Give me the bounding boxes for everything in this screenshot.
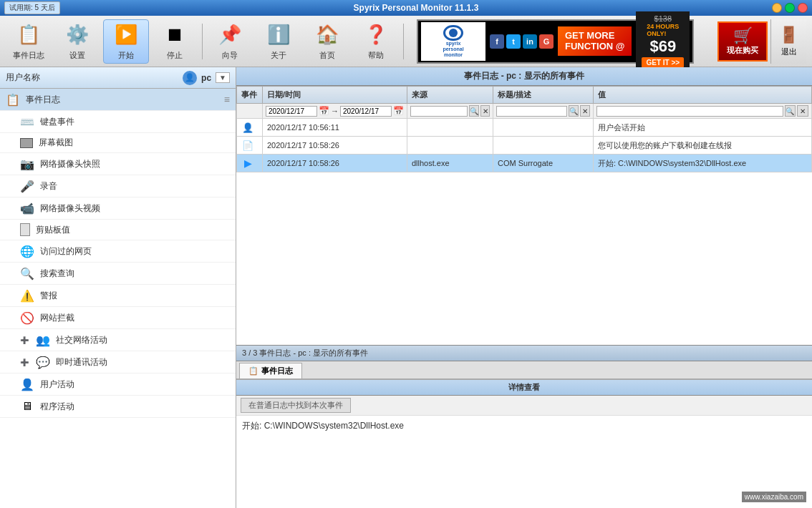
- search-tree-icon: 🔍: [20, 266, 34, 280]
- sidebar-item-webcam-video[interactable]: 📹 网络摄像头视频: [0, 197, 236, 220]
- table-row-selected[interactable]: ▶ 2020/12/17 10:58:26 dllhost.exe COM Su…: [237, 155, 812, 172]
- screenshot-tree-label: 屏幕截图: [39, 137, 73, 149]
- start-label: 开始: [118, 50, 134, 61]
- calendar-from-icon[interactable]: 📅: [319, 106, 329, 116]
- row1-title: [493, 119, 594, 137]
- sidebar-item-alerts[interactable]: ⚠️ 警报: [0, 285, 236, 307]
- sidebar-item-screenshot[interactable]: 屏幕截图: [0, 133, 236, 153]
- ad-main: GET MORE FUNCTION @: [558, 26, 632, 56]
- toolbar-help-button[interactable]: ❓ 帮助: [353, 19, 399, 64]
- event-log-tab[interactable]: 📋 事件日志: [239, 363, 302, 378]
- sidebar-item-websites[interactable]: 🌐 访问过的网页: [0, 240, 236, 263]
- screenshot-tree-icon: [20, 138, 33, 148]
- sidebar-item-webcam-photo[interactable]: 📷 网络摄像头快照: [0, 153, 236, 175]
- toolbar-home-button[interactable]: 🏠 首页: [304, 19, 350, 64]
- sidebar-item-social[interactable]: ➕ 👥 社交网络活动: [0, 329, 236, 351]
- social-expand-icon[interactable]: ➕: [20, 336, 30, 344]
- sidebar-user-right: 👤 pc ▼: [183, 71, 230, 85]
- event-table-container: 事件 日期/时间 来源 标题/描述 值 📅 →: [236, 86, 812, 345]
- filter-value-clear-btn[interactable]: ✕: [797, 105, 808, 117]
- maximize-button[interactable]: [785, 3, 795, 13]
- sidebar-item-audio[interactable]: 🎤 录音: [0, 175, 236, 197]
- row2-title: [493, 137, 594, 155]
- toolbar-stop-button[interactable]: ⏹ 停止: [152, 19, 198, 64]
- content-area: 事件日志 - pc : 显示的所有事件 事件 日期/时间 来源 标题/描述: [236, 67, 812, 508]
- row2-value: 您可以使用您的账户下载和创建在线报: [594, 137, 812, 155]
- linkedin-icon: in: [523, 34, 537, 49]
- event-table: 事件 日期/时间 来源 标题/描述 值 📅 →: [236, 86, 812, 172]
- sidebar-item-user-activity[interactable]: 👤 用户活动: [0, 373, 236, 396]
- about-label: 关于: [271, 50, 286, 61]
- ad-price-section: $138 24 HOURSONLY! $69 GET IT >>: [636, 11, 690, 71]
- site-block-tree-icon: 🚫: [20, 311, 34, 325]
- buy-now-button[interactable]: 🛒 现在购买: [717, 21, 768, 62]
- filter-source-clear-btn[interactable]: ✕: [480, 105, 490, 117]
- find-in-log-button[interactable]: 在普通日志中找到本次事件: [241, 398, 351, 413]
- minimize-button[interactable]: [772, 3, 782, 13]
- sidebar-header: 用户名称 👤 pc ▼: [0, 67, 236, 89]
- filter-title-controls: 🔍 ✕: [496, 105, 590, 117]
- filter-title-clear-btn[interactable]: ✕: [580, 105, 590, 117]
- filter-title-search-btn[interactable]: 🔍: [569, 105, 579, 117]
- filter-source-search-btn[interactable]: 🔍: [469, 105, 479, 117]
- toolbar-start-button[interactable]: ▶️ 开始: [103, 19, 149, 64]
- sidebar-item-search[interactable]: 🔍 搜索查询: [0, 263, 236, 285]
- col-value-header: 值: [594, 87, 812, 104]
- webcam-video-tree-icon: 📹: [20, 201, 34, 215]
- watermark: www.xiazaiba.com: [742, 492, 806, 502]
- col-event-header: 事件: [237, 87, 263, 104]
- sidebar-item-programs[interactable]: 🖥 程序活动: [0, 396, 236, 418]
- filter-title-cell: 🔍 ✕: [493, 104, 594, 119]
- close-button[interactable]: [798, 3, 808, 13]
- help-icon: ❓: [363, 22, 389, 48]
- filter-value-search-btn[interactable]: 🔍: [785, 105, 796, 117]
- filter-source-input[interactable]: [410, 106, 468, 117]
- tree-options-icon[interactable]: ≡: [224, 94, 230, 105]
- sidebar-item-im[interactable]: ➕ 💬 即时通讯活动: [0, 351, 236, 373]
- guide-label: 向导: [222, 50, 238, 61]
- table-row[interactable]: 👤 2020/12/17 10:56:11 用户会话开始: [237, 119, 812, 137]
- filter-arrow-icon: →: [331, 107, 339, 115]
- ad-get-it-button[interactable]: GET IT >>: [642, 57, 684, 68]
- row3-value: 开始: C:\WINDOWS\system32\DllHost.exe: [594, 155, 812, 172]
- clipboard-tree-icon: [20, 223, 30, 236]
- filter-date-from-input[interactable]: [266, 106, 317, 117]
- toolbar-about-button[interactable]: ℹ️ 关于: [256, 19, 301, 64]
- toolbar-settings-button[interactable]: ⚙️ 设置: [54, 19, 100, 64]
- ad-social-icons: f t in G: [490, 34, 554, 49]
- table-row[interactable]: 📄 2020/12/17 10:58:26 您可以使用您的账户下载和创建在线报: [237, 137, 812, 155]
- detail-header: 详情查看: [236, 380, 812, 396]
- sidebar-item-keyboard[interactable]: ⌨️ 键盘事件: [0, 111, 236, 133]
- settings-icon: ⚙️: [64, 22, 90, 48]
- search-tree-label: 搜索查询: [40, 268, 74, 280]
- social-tree-label: 社交网络活动: [56, 334, 107, 346]
- settings-label: 设置: [69, 50, 85, 61]
- row1-datetime: 2020/12/17 10:56:11: [263, 119, 407, 137]
- row1-source: [407, 119, 493, 137]
- filter-value-cell: 🔍 ✕: [594, 104, 812, 119]
- alerts-tree-icon: ⚠️: [20, 288, 34, 303]
- im-tree-icon: 💬: [36, 355, 50, 369]
- exit-button[interactable]: 🚪 退出: [770, 19, 806, 64]
- filter-title-input[interactable]: [496, 106, 567, 117]
- detail-content: 开始: C:\WINDOWS\system32\DllHost.exe: [236, 416, 812, 508]
- sidebar-user-dropdown[interactable]: ▼: [216, 72, 230, 83]
- sidebar-item-clipboard[interactable]: 剪贴板值: [0, 220, 236, 240]
- websites-tree-label: 访问过的网页: [40, 245, 92, 258]
- filter-datetime-cell: 📅 → 📅: [263, 104, 407, 119]
- toolbar-event-log-button[interactable]: 📋 事件日志: [6, 19, 52, 64]
- calendar-to-icon[interactable]: 📅: [393, 106, 404, 116]
- event-log-icon: 📋: [16, 22, 42, 48]
- im-expand-icon[interactable]: ➕: [20, 358, 30, 366]
- ad-banner[interactable]: spyrixpersonalmonitor f t in G GET MORE …: [417, 19, 694, 64]
- sidebar-item-event-log[interactable]: 📋 事件日志 ≡: [0, 89, 236, 111]
- alerts-tree-label: 警报: [40, 290, 57, 302]
- ad-logo: spyrixpersonalmonitor: [421, 22, 485, 61]
- col-source-header: 来源: [407, 87, 493, 104]
- toolbar-guide-button[interactable]: 📌 向导: [207, 19, 253, 64]
- filter-date-to-input[interactable]: [340, 106, 392, 117]
- row1-value: 用户会话开始: [594, 119, 812, 137]
- filter-value-input[interactable]: [596, 106, 783, 117]
- sidebar-item-site-block[interactable]: 🚫 网站拦截: [0, 307, 236, 329]
- status-bar: 3 / 3 事件日志 - pc : 显示的所有事件: [236, 345, 812, 361]
